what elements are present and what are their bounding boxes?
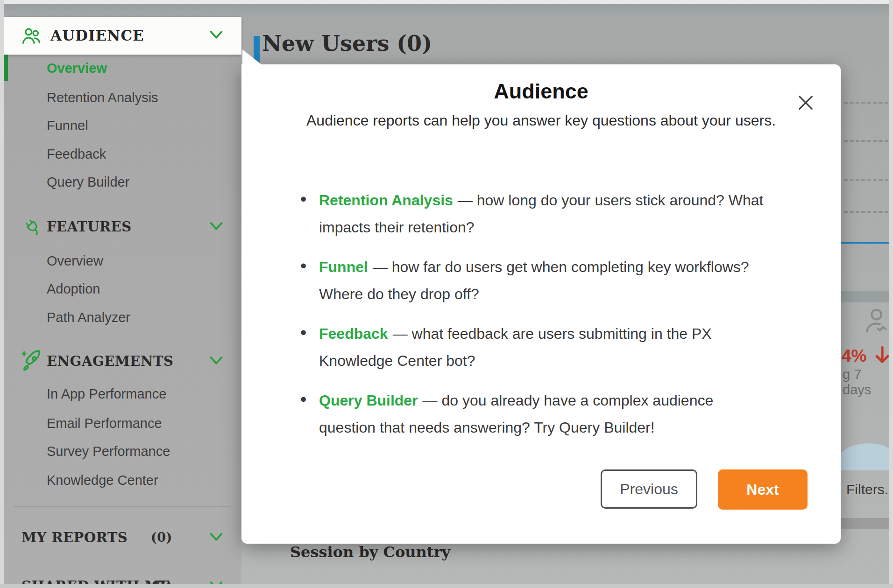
- rocket-icon: [20, 349, 44, 373]
- user-metric-icon: [861, 306, 890, 335]
- sidebar-item-audience-overview[interactable]: Overview: [47, 58, 107, 78]
- list-item: •Feedback— what feedback are users submi…: [300, 320, 763, 374]
- users-icon: [21, 26, 42, 46]
- chart-gridline: [844, 211, 888, 213]
- active-item-indicator: [4, 55, 8, 81]
- sidebar-section-label: FEATURES: [47, 217, 132, 237]
- plug-icon: [23, 217, 43, 237]
- dialog-bullet-list: •Retention Analysis— how long do your us…: [300, 187, 763, 454]
- chart-gridline: [844, 102, 888, 104]
- filters-label: Filters.: [846, 482, 888, 497]
- chart-axis-line: [841, 242, 889, 244]
- audience-tour-dialog: Audience Audience reports can help you a…: [241, 64, 841, 544]
- sidebar-divider: [14, 506, 230, 507]
- chevron-down-icon[interactable]: [208, 355, 224, 367]
- metric-caption: g 7 days: [843, 367, 889, 398]
- sidebar-section-my-reports[interactable]: MY REPORTS (0): [4, 527, 241, 548]
- down-arrow-icon: [873, 345, 892, 366]
- sidebar-section-label: ENGAGEMENTS: [47, 351, 173, 371]
- sidebar-item-funnel[interactable]: Funnel: [47, 115, 88, 136]
- sidebar-item-in-app-performance[interactable]: In App Performance: [47, 384, 166, 404]
- section-title: Session by Country: [290, 543, 450, 561]
- sidebar-item-survey-performance[interactable]: Survey Performance: [47, 441, 170, 462]
- background-band: [841, 291, 889, 302]
- sidebar-item-path-analyzer[interactable]: Path Analyzer: [47, 307, 130, 328]
- chevron-down-icon[interactable]: [208, 29, 224, 41]
- bullet-term: Feedback: [319, 325, 388, 342]
- bullet-icon: •: [300, 186, 306, 213]
- previous-button[interactable]: Previous: [601, 469, 697, 509]
- sidebar-item-knowledge-center[interactable]: Knowledge Center: [47, 470, 158, 490]
- sidebar-section-audience[interactable]: AUDIENCE: [4, 17, 241, 55]
- bullet-icon: •: [300, 252, 306, 280]
- window-frame: [0, 584, 893, 588]
- sidebar-item-adoption[interactable]: Adoption: [47, 279, 100, 299]
- window-frame: [889, 0, 893, 588]
- bullet-term: Retention Analysis: [319, 192, 453, 209]
- window-frame: [0, 0, 893, 4]
- chevron-down-icon[interactable]: [208, 531, 224, 543]
- bullet-text: — how far do users get when completing k…: [319, 259, 749, 302]
- bullet-term: Query Builder: [319, 392, 418, 409]
- bullet-term: Funnel: [319, 259, 368, 275]
- chart-gridline: [844, 140, 888, 142]
- sidebar-item-query-builder[interactable]: Query Builder: [47, 172, 129, 192]
- chevron-down-icon[interactable]: [208, 220, 224, 232]
- sidebar-item-feedback[interactable]: Feedback: [47, 144, 106, 164]
- next-button[interactable]: Next: [718, 469, 808, 510]
- sidebar-item-email-performance[interactable]: Email Performance: [47, 413, 162, 434]
- sidebar-section-engagements[interactable]: ENGAGEMENTS: [4, 351, 241, 371]
- sidebar-item-features-overview[interactable]: Overview: [47, 251, 103, 271]
- sidebar-item-retention-analysis[interactable]: Retention Analysis: [47, 87, 158, 108]
- dialog-title: Audience: [241, 79, 841, 104]
- chart-gridline: [844, 179, 888, 181]
- sidebar-section-label: AUDIENCE: [50, 17, 144, 55]
- window-frame: [0, 0, 4, 588]
- metric-value: 4%: [842, 346, 866, 366]
- list-item: •Retention Analysis— how long do your us…: [300, 187, 763, 241]
- table-header-band: [841, 518, 889, 529]
- bullet-icon: •: [300, 319, 306, 346]
- screenshot-canvas: Overview Retention Analysis Funnel Feedb…: [0, 0, 893, 588]
- bullet-icon: •: [300, 386, 306, 413]
- sidebar-section-features[interactable]: FEATURES: [4, 217, 241, 237]
- app-top-bar: [4, 4, 889, 18]
- sidebar-section-label: MY REPORTS: [21, 527, 128, 548]
- dialog-intro: Audience reports can help you answer key…: [241, 112, 841, 129]
- sidebar-nav: Overview Retention Analysis Funnel Feedb…: [4, 18, 241, 584]
- page-title: New Users (0): [262, 31, 432, 56]
- list-item: •Query Builder— do you already have a co…: [300, 387, 763, 441]
- list-item: •Funnel— how far do users get when compl…: [300, 253, 763, 308]
- my-reports-count: (0): [151, 527, 172, 548]
- area-chart-fragment: [841, 443, 892, 470]
